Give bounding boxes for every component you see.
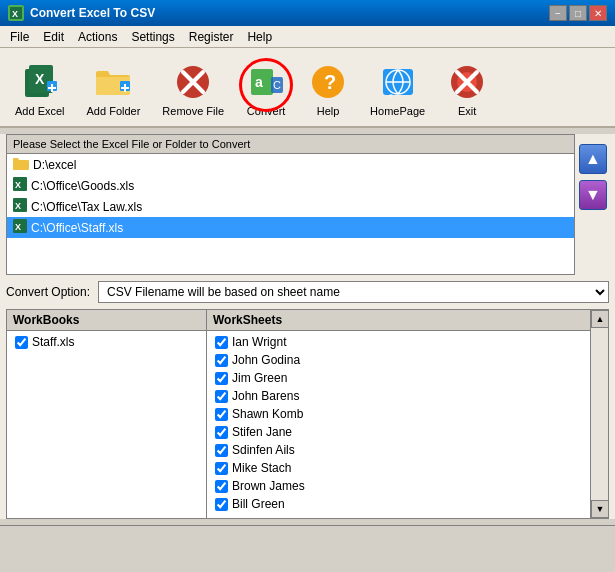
svg-text:X: X bbox=[12, 9, 18, 19]
help-button[interactable]: ? Help bbox=[299, 57, 357, 122]
worksheet-checkbox[interactable] bbox=[215, 498, 228, 511]
svg-text:C: C bbox=[273, 79, 281, 91]
exit-icon bbox=[447, 62, 487, 102]
exit-button[interactable]: Exit bbox=[438, 57, 496, 122]
worksheet-item[interactable]: Ian Wrignt bbox=[207, 333, 590, 351]
worksheet-item[interactable]: Mike Stach bbox=[207, 459, 590, 477]
status-bar bbox=[0, 525, 615, 547]
worksheet-item[interactable]: Bill Green bbox=[207, 495, 590, 513]
worksheet-checkbox[interactable] bbox=[215, 354, 228, 367]
worksheet-item[interactable]: Sdinfen Ails bbox=[207, 441, 590, 459]
worksheet-name: Stifen Jane bbox=[232, 425, 292, 439]
remove-file-icon bbox=[173, 62, 213, 102]
remove-file-button[interactable]: Remove File bbox=[153, 57, 233, 122]
close-button[interactable]: ✕ bbox=[589, 5, 607, 21]
worksheet-item[interactable]: Stifen Jane bbox=[207, 423, 590, 441]
homepage-icon: e bbox=[378, 62, 418, 102]
worksheet-checkbox[interactable] bbox=[215, 462, 228, 475]
convert-label: Convert bbox=[247, 105, 286, 117]
menu-edit[interactable]: Edit bbox=[37, 28, 70, 46]
homepage-button[interactable]: e HomePage bbox=[361, 57, 434, 122]
worksheet-item[interactable]: Jim Green bbox=[207, 369, 590, 387]
add-excel-label: Add Excel bbox=[15, 105, 65, 117]
svg-text:a: a bbox=[255, 74, 263, 90]
convert-button[interactable]: a C Convert bbox=[237, 57, 295, 122]
file-path: C:\Office\Tax Law.xls bbox=[31, 200, 142, 214]
file-list-section: Please Select the Excel File or Folder t… bbox=[6, 134, 575, 275]
maximize-button[interactable]: □ bbox=[569, 5, 587, 21]
add-folder-button[interactable]: Add Folder bbox=[78, 57, 150, 122]
worksheet-item[interactable]: Shawn Komb bbox=[207, 405, 590, 423]
worksheet-checkbox[interactable] bbox=[215, 480, 228, 493]
convert-icon: a C bbox=[246, 62, 286, 102]
worksheets-panel: WorkSheets Ian Wrignt John Godina Jim Gr… bbox=[207, 310, 590, 518]
svg-text:X: X bbox=[35, 71, 45, 87]
worksheet-name: Sdinfen Ails bbox=[232, 443, 295, 457]
svg-text:X: X bbox=[15, 222, 21, 232]
help-icon: ? bbox=[308, 62, 348, 102]
title-bar: X Convert Excel To CSV − □ ✕ bbox=[0, 0, 615, 26]
scroll-down-button[interactable]: ▼ bbox=[579, 180, 607, 210]
file-item-selected[interactable]: X C:\Office\Staff.xls bbox=[7, 217, 574, 238]
add-excel-icon: X bbox=[20, 62, 60, 102]
worksheet-checkbox[interactable] bbox=[215, 408, 228, 421]
svg-text:?: ? bbox=[324, 71, 336, 93]
file-item[interactable]: D:\excel bbox=[7, 154, 574, 175]
scroll-up-btn[interactable]: ▲ bbox=[591, 310, 609, 328]
add-folder-label: Add Folder bbox=[87, 105, 141, 117]
menu-file[interactable]: File bbox=[4, 28, 35, 46]
workbook-checkbox[interactable] bbox=[15, 336, 28, 349]
convert-option-row: Convert Option: CSV Filename will be bas… bbox=[6, 281, 609, 303]
worksheets-content[interactable]: Ian Wrignt John Godina Jim Green John Ba… bbox=[207, 331, 590, 518]
file-list[interactable]: D:\excel X C:\Office\Goods.xls X bbox=[7, 154, 574, 274]
window-title: Convert Excel To CSV bbox=[30, 6, 155, 20]
app-icon: X bbox=[8, 5, 24, 21]
worksheet-item[interactable]: Brown James bbox=[207, 477, 590, 495]
folder-icon bbox=[13, 156, 29, 173]
worksheet-name: Shawn Komb bbox=[232, 407, 303, 421]
remove-file-label: Remove File bbox=[162, 105, 224, 117]
worksheet-name: John Barens bbox=[232, 389, 299, 403]
window-controls: − □ ✕ bbox=[549, 5, 607, 21]
scroll-down-btn[interactable]: ▼ bbox=[591, 500, 609, 518]
menu-settings[interactable]: Settings bbox=[125, 28, 180, 46]
folder-path: D:\excel bbox=[33, 158, 76, 172]
worksheet-name: Mike Stach bbox=[232, 461, 291, 475]
add-excel-button[interactable]: X Add Excel bbox=[6, 57, 74, 122]
workbooks-content[interactable]: Staff.xls bbox=[7, 331, 206, 518]
worksheet-name: Jim Green bbox=[232, 371, 287, 385]
workbook-item[interactable]: Staff.xls bbox=[7, 333, 206, 351]
file-path: C:\Office\Goods.xls bbox=[31, 179, 134, 193]
worksheet-item[interactable]: John Barens bbox=[207, 387, 590, 405]
menu-bar: File Edit Actions Settings Register Help bbox=[0, 26, 615, 48]
file-item[interactable]: X C:\Office\Goods.xls bbox=[7, 175, 574, 196]
worksheet-checkbox[interactable] bbox=[215, 426, 228, 439]
workbook-name: Staff.xls bbox=[32, 335, 74, 349]
excel-file-icon: X bbox=[13, 177, 27, 194]
file-list-header: Please Select the Excel File or Folder t… bbox=[7, 135, 574, 154]
worksheet-checkbox[interactable] bbox=[215, 444, 228, 457]
menu-help[interactable]: Help bbox=[241, 28, 278, 46]
worksheet-checkbox[interactable] bbox=[215, 372, 228, 385]
scroll-up-button[interactable]: ▲ bbox=[579, 144, 607, 174]
help-label: Help bbox=[317, 105, 340, 117]
svg-text:X: X bbox=[15, 180, 21, 190]
worksheet-name: John Godina bbox=[232, 353, 300, 367]
worksheet-checkbox[interactable] bbox=[215, 336, 228, 349]
file-item[interactable]: X C:\Office\Tax Law.xls bbox=[7, 196, 574, 217]
menu-register[interactable]: Register bbox=[183, 28, 240, 46]
convert-option-label: Convert Option: bbox=[6, 285, 90, 299]
excel-file-icon: X bbox=[13, 219, 27, 236]
scroll-track[interactable] bbox=[591, 328, 608, 500]
workbooks-panel: WorkBooks Staff.xls bbox=[7, 310, 207, 518]
worksheet-item[interactable]: John Godina bbox=[207, 351, 590, 369]
svg-text:X: X bbox=[15, 201, 21, 211]
worksheets-header: WorkSheets bbox=[207, 310, 590, 331]
scrollbar[interactable]: ▲ ▼ bbox=[590, 310, 608, 518]
worksheet-name: Brown James bbox=[232, 479, 305, 493]
worksheet-checkbox[interactable] bbox=[215, 390, 228, 403]
minimize-button[interactable]: − bbox=[549, 5, 567, 21]
convert-option-select[interactable]: CSV Filename will be based on sheet name… bbox=[98, 281, 609, 303]
menu-actions[interactable]: Actions bbox=[72, 28, 123, 46]
svg-text:e: e bbox=[389, 92, 393, 99]
